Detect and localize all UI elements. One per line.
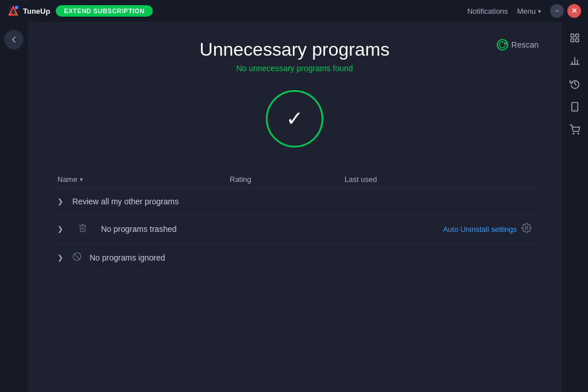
chevron-down-icon: ▾ — [538, 8, 541, 14]
history-icon — [570, 79, 580, 89]
check-circle: ✓ — [266, 90, 323, 148]
logo-text: TuneUp — [23, 7, 50, 15]
cart-icon — [570, 125, 580, 135]
topbar: TuneUp EXTEND SUBSCRIPTION Notifications… — [0, 0, 588, 22]
table-row[interactable]: ❯ No programs ignored — [51, 244, 539, 272]
right-sidebar — [562, 22, 588, 392]
chart-icon — [570, 56, 580, 66]
svg-rect-10 — [571, 39, 574, 42]
history-icon-button[interactable] — [564, 73, 585, 94]
checkmark-icon: ✓ — [286, 108, 303, 129]
menu-label: Menu — [517, 7, 536, 15]
svg-point-19 — [578, 133, 579, 134]
trashed-label: No programs trashed — [101, 224, 177, 234]
svg-line-7 — [74, 254, 79, 259]
main-layout: Rescan Unnecessary programs No unnecessa… — [0, 22, 588, 392]
svg-rect-11 — [576, 39, 579, 42]
auto-uninstall-controls: Auto Uninstall settings — [443, 223, 532, 235]
ignored-label: No programs ignored — [90, 253, 165, 262]
stats-icon-button[interactable] — [564, 51, 585, 71]
left-panel — [0, 22, 28, 392]
topbar-right: Notifications Menu ▾ − ✕ — [467, 4, 581, 18]
expand-icon: ❯ — [57, 225, 67, 233]
mobile-icon — [570, 102, 580, 112]
grid-icon — [570, 33, 580, 43]
minimize-button[interactable]: − — [550, 4, 564, 18]
success-indicator: ✓ — [51, 90, 539, 148]
mobile-icon-button[interactable] — [564, 96, 585, 117]
back-arrow-icon — [9, 34, 19, 45]
page-header: Unnecessary programs No unnecessary prog… — [51, 39, 539, 73]
window-controls: − ✕ — [550, 4, 581, 18]
svg-rect-9 — [576, 34, 579, 37]
table-header: Name ▾ Rating Last used — [51, 170, 539, 189]
trashed-row: ❯ No programs trashed Auto Uninstall se — [51, 215, 539, 244]
table-row[interactable]: ❯ Review all my other programs — [51, 189, 539, 215]
topbar-left: TuneUp EXTEND SUBSCRIPTION — [7, 5, 153, 17]
row-label: Review all my other programs — [72, 197, 179, 206]
rescan-icon — [497, 39, 508, 51]
svg-point-4 — [15, 6, 18, 9]
col-last-used-header: Last used — [345, 175, 532, 184]
back-button[interactable] — [4, 30, 24, 49]
svg-point-5 — [525, 227, 528, 230]
svg-point-18 — [573, 133, 574, 134]
close-button[interactable]: ✕ — [567, 4, 581, 18]
page-subtitle: No unnecessary programs found — [51, 64, 539, 73]
rescan-label: Rescan — [512, 40, 539, 49]
store-icon-button[interactable] — [564, 119, 585, 140]
svg-rect-8 — [571, 34, 574, 37]
trash-icon — [78, 223, 90, 235]
trashed-row-left: ❯ No programs trashed — [57, 223, 177, 235]
extend-subscription-button[interactable]: EXTEND SUBSCRIPTION — [56, 5, 152, 17]
col-rating-header: Rating — [230, 175, 345, 184]
rescan-button[interactable]: Rescan — [497, 39, 539, 51]
expand-icon: ❯ — [57, 197, 67, 205]
auto-uninstall-settings-link[interactable]: Auto Uninstall settings — [443, 225, 517, 234]
expand-icon: ❯ — [57, 254, 67, 262]
col-name-header: Name ▾ — [57, 175, 230, 184]
sort-arrow-icon: ▾ — [80, 176, 83, 183]
logo-area: TuneUp — [7, 5, 50, 17]
content-area: Rescan Unnecessary programs No unnecessa… — [28, 22, 562, 392]
avg-logo-icon — [7, 5, 20, 17]
block-icon — [72, 252, 84, 263]
auto-uninstall-settings-icon-button[interactable] — [521, 223, 532, 235]
dashboard-icon-button[interactable] — [564, 28, 585, 48]
page-title: Unnecessary programs — [51, 39, 539, 60]
notifications-button[interactable]: Notifications — [467, 7, 508, 15]
menu-button[interactable]: Menu ▾ — [517, 7, 541, 15]
programs-table: Name ▾ Rating Last used ❯ Review all my … — [51, 170, 539, 272]
col-name-label: Name — [57, 175, 78, 184]
